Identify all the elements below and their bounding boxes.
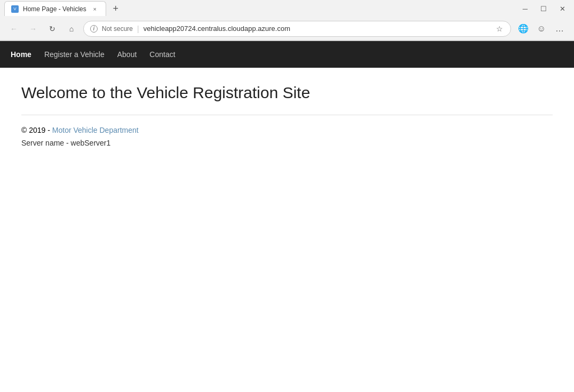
nav-item-register[interactable]: Register a Vehicle bbox=[44, 48, 105, 61]
browser-tab[interactable]: V Home Page - Vehicles × bbox=[4, 1, 106, 16]
url-text: vehicleapp20724.centralus.cloudapp.azure… bbox=[144, 25, 491, 33]
title-bar: V Home Page - Vehicles × + ─ ☐ ✕ bbox=[0, 0, 574, 17]
nav-item-about[interactable]: About bbox=[117, 48, 137, 61]
window-controls: ─ ☐ ✕ bbox=[519, 4, 570, 14]
title-bar-left: V Home Page - Vehicles × + bbox=[4, 1, 123, 16]
security-icon: i bbox=[90, 25, 98, 33]
nav-item-contact[interactable]: Contact bbox=[149, 48, 175, 61]
footer-link[interactable]: Motor Vehicle Department bbox=[52, 126, 139, 134]
more-menu-button[interactable]: … bbox=[552, 21, 568, 37]
main-content: Welcome to the Vehicle Registration Site… bbox=[0, 68, 574, 158]
content-divider bbox=[21, 115, 553, 115]
extension-icon-button[interactable]: 🌐 bbox=[515, 21, 531, 37]
nav-right-icons: 🌐 ☺ … bbox=[515, 21, 568, 37]
emoji-icon-button[interactable]: ☺ bbox=[533, 21, 549, 37]
address-bar[interactable]: i Not secure | vehicleapp20724.centralus… bbox=[83, 21, 511, 37]
restore-button[interactable]: ☐ bbox=[536, 4, 551, 14]
nav-item-home[interactable]: Home bbox=[11, 48, 31, 61]
server-name-text: Server name - webServer1 bbox=[21, 139, 553, 147]
page-heading: Welcome to the Vehicle Registration Site bbox=[21, 84, 553, 102]
site-navbar: Home Register a Vehicle About Contact bbox=[0, 41, 574, 68]
browser-chrome: V Home Page - Vehicles × + ─ ☐ ✕ ← → ↻ ⌂ bbox=[0, 0, 574, 41]
tab-close-button[interactable]: × bbox=[91, 5, 99, 13]
footer-copyright: © 2019 - Motor Vehicle Department bbox=[21, 126, 553, 134]
minimize-button[interactable]: ─ bbox=[519, 4, 532, 14]
new-tab-button[interactable]: + bbox=[108, 1, 123, 16]
nav-bar: ← → ↻ ⌂ i Not secure | vehicleapp20724.c… bbox=[0, 17, 574, 41]
info-circle-icon: i bbox=[90, 25, 98, 33]
forward-button[interactable]: → bbox=[26, 21, 41, 36]
back-button[interactable]: ← bbox=[6, 21, 21, 36]
tab-favicon: V bbox=[11, 5, 19, 13]
refresh-button[interactable]: ↻ bbox=[45, 21, 60, 36]
home-button[interactable]: ⌂ bbox=[64, 21, 79, 36]
tab-title: Home Page - Vehicles bbox=[23, 5, 86, 13]
not-secure-label: Not secure bbox=[102, 25, 133, 33]
close-button[interactable]: ✕ bbox=[555, 4, 570, 14]
bookmark-star-icon[interactable]: ☆ bbox=[495, 23, 504, 34]
url-separator: | bbox=[137, 25, 139, 33]
